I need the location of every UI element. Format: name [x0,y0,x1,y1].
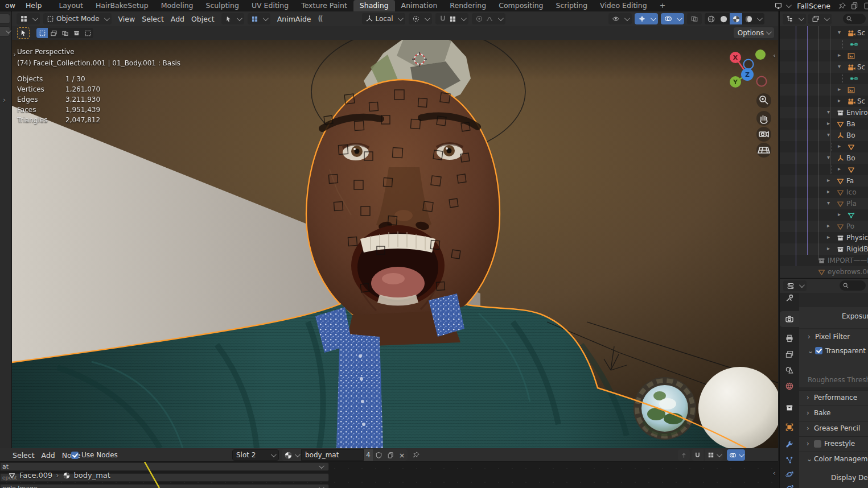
options-button[interactable]: Options [734,27,774,38]
material-slot-dropdown[interactable]: Slot 2 [232,449,279,461]
workspace-tab-texture-paint[interactable]: Texture Paint [295,0,353,11]
unlink-material-button[interactable]: × [397,449,408,461]
shader-overlays-toggle[interactable] [727,449,745,461]
transform-orientation-dropdown[interactable]: Local [362,13,405,24]
freestyle-checkbox[interactable] [814,440,821,448]
workspace-tab-hairbakesetup[interactable]: HairBakeSetup [89,0,155,11]
proportional-editing-group[interactable] [472,13,505,24]
chevron-down-icon[interactable]: ▾ [838,29,841,35]
chevron-right-icon[interactable]: ▸ [827,177,830,183]
shading-material-button[interactable] [730,13,742,24]
shader-menu-select[interactable]: Select [9,451,38,460]
shader-node-canvas[interactable]: at epeat ngle Image Face.009 › body_mat … [0,462,778,488]
select-subtract-button[interactable] [59,28,71,38]
panel-header-pixel-filter[interactable]: ›Pixel Filter [799,329,868,344]
keying-dropdown[interactable] [248,13,270,24]
new-material-button[interactable] [385,449,397,461]
outliner-row-bo[interactable]: ▾Bo [780,152,868,164]
scene-name[interactable]: FallScene [797,2,830,10]
outliner-row[interactable] [780,39,868,50]
outliner-row-sc[interactable]: ▾Sc [780,27,868,39]
window-menu-partial[interactable]: ow [0,1,20,10]
chevron-right-icon[interactable]: ▸ [838,97,841,104]
viewport-menu-view[interactable]: View [115,15,139,23]
outliner-row-enviro[interactable]: ▾Enviro [780,107,868,118]
properties-tab-tool[interactable] [780,290,799,306]
sidebar-collapse-arrow[interactable]: ‹ [773,51,776,60]
show-gizmos-toggle[interactable] [635,13,658,24]
shading-rendered-button[interactable] [742,13,755,24]
select-new-button[interactable] [36,28,48,38]
workspace-tab-uv-editing[interactable]: UV Editing [245,0,295,11]
outliner-row[interactable]: ▸ [780,84,868,96]
workspace-tab-scripting[interactable]: Scripting [550,0,594,11]
select-invert-button[interactable] [71,28,82,38]
chevron-right-icon[interactable]: ▸ [838,166,841,172]
properties-tab-collection[interactable] [780,400,799,416]
outliner-row-pla[interactable]: ▾Pla [780,198,868,209]
outliner-row[interactable]: ▸ [780,141,868,152]
panel-header-transparent[interactable]: ⌄Transparent [799,344,868,358]
workspace-tab-compositing[interactable]: Compositing [492,0,549,11]
viewport-menu-select[interactable]: Select [138,15,167,23]
expand-region-arrow[interactable]: › [3,96,6,104]
workspace-tab-rendering[interactable]: Rendering [443,0,492,11]
properties-tab-render[interactable] [780,311,799,327]
select-intersect-button[interactable] [82,28,93,38]
chevron-down-icon[interactable]: ▾ [838,63,841,69]
panel-header-bake[interactable]: ›Bake [799,406,868,420]
workspace-tab-shading[interactable]: Shading [353,0,395,11]
chevron-right-icon[interactable]: ▸ [838,52,841,58]
properties-tab-object[interactable] [780,419,799,435]
viewport-menu-add[interactable]: Add [167,15,188,23]
pivot-point-dropdown[interactable] [409,13,432,24]
outliner-row-physics[interactable]: ▸Physics [780,232,868,243]
outliner-row-sc[interactable]: ▾Sc [780,61,868,73]
chevron-down-icon[interactable]: ▾ [827,154,830,160]
properties-tab-constraints[interactable] [780,480,799,488]
chevron-down-icon[interactable]: ▾ [827,200,830,206]
properties-tab-output[interactable] [780,330,799,346]
chevron-right-icon[interactable]: ▸ [838,143,841,149]
sidebar-collapse-arrow[interactable]: ‹ [773,469,776,477]
active-tool-dropdown[interactable] [221,13,244,24]
outliner-row-po[interactable]: ▸Po [780,221,868,232]
material-users-button[interactable]: 4 [364,449,373,461]
chevron-right-icon[interactable]: ▸ [838,86,841,92]
xray-toggle[interactable] [687,13,702,24]
copy-scene-icon[interactable] [850,2,859,10]
viewport-canvas[interactable]: X Z Y User Perspective [12,26,778,448]
mode-dropdown[interactable]: Object Mode [43,13,112,24]
add-workspace-button[interactable]: + [653,0,672,11]
properties-tab-modifiers[interactable] [780,436,799,452]
panel-header-performance[interactable]: ›Performance [799,390,868,404]
properties-tab-particles[interactable] [780,452,799,468]
outliner-search[interactable] [843,14,866,24]
chevron-down-icon[interactable]: ▾ [827,131,830,138]
scene-selector-button[interactable] [771,0,793,11]
outliner-row-fa[interactable]: ▸Fa [780,175,868,187]
shading-wireframe-button[interactable] [705,13,717,24]
workspace-tab-modeling[interactable]: Modeling [155,0,200,11]
workspace-tab-sculpting[interactable]: Sculpting [200,0,245,11]
properties-search[interactable] [840,280,866,291]
transparent-checkbox[interactable] [815,347,822,354]
show-overlays-toggle[interactable] [661,13,684,24]
material-browse-button[interactable] [282,449,301,461]
outliner-row[interactable]: ▸ [780,164,868,175]
pin-icon[interactable] [412,451,420,459]
outliner-row[interactable] [780,73,868,84]
outliner-filter-dropdown[interactable] [808,14,832,24]
chevron-right-icon[interactable]: ▸ [827,234,830,240]
panel-header-freestyle[interactable]: ›Freestyle [799,436,868,450]
fake-user-button[interactable] [373,449,385,461]
chevron-right-icon[interactable]: ▸ [827,188,830,195]
panel-header-color-management[interactable]: ⌄Color Management [799,452,868,466]
outliner-row[interactable]: ▸ [780,209,868,221]
panel-header-grease-pencil[interactable]: ›Grease Pencil [799,421,868,435]
outliner-row-bo[interactable]: ▾Bo [780,130,868,141]
select-extend-button[interactable] [48,28,59,38]
outliner-display-mode-dropdown[interactable] [783,14,806,24]
properties-tab-view-layer[interactable] [780,346,799,362]
shading-solid-button[interactable] [717,13,730,24]
